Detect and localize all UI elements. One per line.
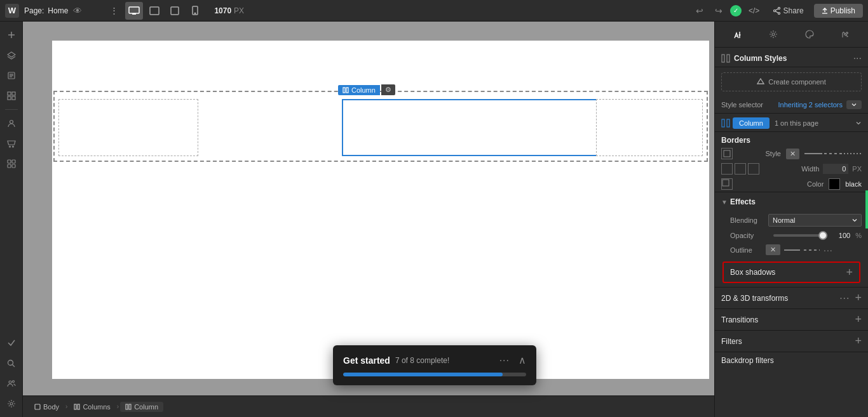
preview-eye-icon[interactable]: 👁 [73,6,82,16]
svg-rect-40 [126,404,128,409]
transforms-more-icon[interactable]: ··· [839,293,850,304]
page-label: Page: [24,6,44,15]
page-info: Page: Home [24,6,68,15]
column-settings-icon[interactable]: ⚙ [381,84,395,95]
filters-add-icon[interactable]: + [855,334,862,348]
create-component-button[interactable]: Create component [721,72,862,91]
column-selector-pill[interactable]: Column [733,117,770,129]
border-color-box-icon[interactable] [721,178,733,190]
svg-rect-27 [12,160,15,163]
breadcrumb-body[interactable]: Body [29,402,64,412]
sidebar-users-icon[interactable] [2,114,21,133]
mobile-view-button[interactable] [186,2,204,20]
column-badge-group: Column ⚙ [338,84,395,95]
outline-more-icon[interactable]: ··· [824,245,833,255]
more-options-icon[interactable]: ⋮ [105,2,123,20]
sidebar-add-icon[interactable] [2,25,21,44]
topbar-right-actions: ↩ ↪ ✓ </> Share Publish [692,2,863,20]
sidebar-pages-icon[interactable] [2,66,21,85]
svg-rect-29 [12,164,15,168]
width-input[interactable] [823,164,848,174]
outline-x-button[interactable]: ✕ [766,244,780,255]
svg-rect-38 [74,404,76,409]
get-started-close-icon[interactable]: ∧ [519,354,526,366]
opacity-value: 100 [832,232,850,239]
redo-button[interactable]: ↪ [711,3,726,18]
box-shadows-row[interactable]: Box shadows + [722,261,860,283]
opacity-pct-label: % [855,232,862,239]
outline-label: Outline [730,246,762,254]
sidebar-team-icon[interactable] [2,374,21,393]
outline-solid-line[interactable] [784,249,800,251]
blending-label: Blending [730,216,768,224]
transitions-add-icon[interactable]: + [855,313,862,326]
get-started-more-icon[interactable]: ··· [499,355,510,366]
column-2-selected[interactable] [342,99,629,156]
panel-settings-icon[interactable] [764,25,782,43]
breadcrumb-bar: Body › Columns › Column [23,395,714,417]
opacity-thumb[interactable] [818,231,827,240]
border-dashed-line[interactable] [824,153,842,154]
svg-rect-49 [722,119,724,127]
column-1[interactable] [58,99,198,156]
selector-dropdown[interactable] [846,100,862,109]
border-dotted-line[interactable] [844,153,862,154]
outline-dashed-line[interactable] [804,249,820,251]
border-right-icon[interactable] [748,163,759,175]
box-shadows-add-icon[interactable]: + [846,267,853,278]
box-shadows-wrapper: Box shadows + [715,258,868,287]
sidebar-checkmark-icon[interactable] [2,333,21,352]
box-shadows-label: Box shadows [730,268,846,277]
canvas-page[interactable]: Column ⚙ [52,41,709,379]
frame-view-1-button[interactable] [146,2,163,20]
panel-interactions-icon[interactable] [836,25,854,43]
breadcrumb-sep-2: › [117,403,119,410]
svg-point-8 [773,10,775,11]
page-name[interactable]: Home [48,6,68,15]
width-label: Width [801,165,819,173]
border-side-icons [721,163,759,175]
frame-view-2-button[interactable] [166,2,184,20]
border-solid-line[interactable] [804,153,822,154]
style-selector-row: Style selector Inheriting 2 selectors [715,96,868,114]
filters-row: Filters + [715,330,868,352]
columns-container[interactable] [53,91,708,162]
border-width-row: Width PX [715,161,868,176]
inheriting-selectors-link[interactable]: Inheriting 2 selectors [778,101,843,109]
desktop-view-button[interactable] [125,2,143,20]
color-swatch[interactable] [829,178,840,190]
panel-styles-icon[interactable] [729,25,747,43]
border-left-icon[interactable] [735,163,746,175]
sidebar-store-icon[interactable] [2,134,21,153]
sidebar-layers-icon[interactable] [2,46,21,65]
sidebar-search-icon[interactable] [2,354,21,373]
svg-rect-0 [129,7,139,13]
border-all-sides-icon[interactable] [721,163,733,175]
opacity-slider[interactable] [773,234,827,237]
column-label-badge: Column [338,85,380,95]
breadcrumb-columns[interactable]: Columns [69,402,115,412]
sidebar-settings-icon[interactable] [2,394,21,413]
opacity-row: Opacity 100 % [715,229,868,242]
sidebar-apps-icon[interactable] [2,154,21,173]
sidebar-components-icon[interactable] [2,86,21,105]
selector-pill-row: Column 1 on this page [715,114,868,132]
share-button[interactable]: Share [767,4,810,18]
column-3[interactable] [596,99,703,156]
effects-section-header[interactable]: ▼ Effects [715,192,868,211]
publish-button[interactable]: Publish [814,4,863,18]
get-started-count: 7 of 8 complete! [395,356,449,365]
column-styles-more-icon[interactable]: ··· [853,53,862,64]
border-style-x-button[interactable]: ✕ [786,149,799,159]
right-panel: Column Styles ··· Create component Style… [714,22,868,417]
border-style-row: Style ✕ [715,146,868,161]
svg-rect-3 [171,7,179,15]
panel-color-icon[interactable] [801,25,818,43]
transforms-add-icon[interactable]: + [855,291,862,305]
breadcrumb-sep-1: › [65,403,67,410]
border-all-icon[interactable] [721,148,733,159]
code-view-button[interactable]: </> [745,2,763,20]
undo-button[interactable]: ↩ [692,3,707,18]
blending-select[interactable]: Normal [768,214,862,227]
breadcrumb-column[interactable]: Column [120,402,163,412]
